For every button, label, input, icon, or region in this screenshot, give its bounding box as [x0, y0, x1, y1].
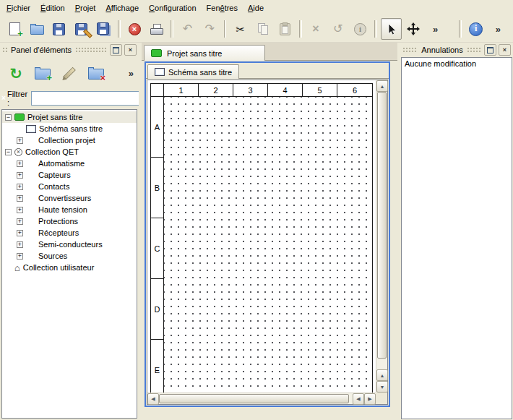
tree-item-convertisseurs[interactable]: +Convertisseurs [2, 192, 137, 204]
tree-item-contacts[interactable]: +Contacts [2, 181, 137, 192]
delete-icon: × [312, 23, 319, 35]
dock-drag-handle[interactable] [402, 47, 418, 53]
tree-item-collection-qet[interactable]: −Collection QET [2, 146, 137, 158]
toolbar-overflow-button-2[interactable]: » [488, 18, 509, 40]
expand-icon[interactable]: + [17, 241, 23, 248]
reload-collections-button[interactable]: ↻ [5, 62, 27, 84]
new-document-button[interactable] [4, 18, 25, 40]
menu-projet[interactable]: Projet [70, 1, 101, 14]
move-arrows-icon [407, 22, 420, 35]
about-info-button[interactable] [465, 18, 486, 40]
menu-fichier[interactable]: Fichier [1, 1, 35, 14]
rotate-selection-button[interactable]: ↺ [327, 18, 348, 40]
dock-drag-handle[interactable] [75, 47, 108, 53]
tree-item-semi-conducteurs[interactable]: +Semi-conducteurs [2, 239, 137, 250]
paste-button[interactable] [275, 18, 296, 40]
ruler-row-c: C [151, 218, 164, 279]
selection-mode-button[interactable] [381, 18, 402, 40]
vertical-scrollbar[interactable]: ▲ ▲ ▼ [376, 80, 387, 393]
collapse-icon[interactable]: − [5, 114, 12, 121]
expand-icon[interactable]: + [17, 230, 23, 236]
expand-icon[interactable]: + [17, 218, 23, 225]
float-panel-button[interactable] [110, 44, 122, 56]
open-file-button[interactable] [27, 18, 48, 40]
folder-icon [26, 161, 35, 168]
scroll-left-button[interactable]: ◀ [147, 393, 159, 405]
menu-aide[interactable]: Aide [243, 1, 269, 14]
visualisation-mode-button[interactable] [403, 18, 424, 40]
copy-button[interactable] [252, 18, 273, 40]
horizontal-scroll-thumb[interactable] [159, 394, 349, 403]
menu-configuration[interactable]: Configuration [144, 1, 201, 14]
tree-item-recepteurs[interactable]: +Récepteurs [2, 227, 137, 239]
tab-schema[interactable]: Schéma sans titre [147, 64, 239, 79]
qet-icon [14, 148, 22, 156]
scroll-down-button[interactable]: ▼ [376, 381, 388, 393]
menu-affichage[interactable]: Affichage [100, 1, 144, 14]
dock-drag-handle[interactable] [467, 47, 482, 53]
expand-icon[interactable]: + [17, 207, 23, 213]
dock-drag-handle[interactable] [2, 47, 7, 53]
tree-item-protections[interactable]: +Protections [2, 215, 137, 227]
tree-item-sources[interactable]: +Sources [2, 250, 137, 262]
scroll-left-button-2[interactable]: ◀ [353, 393, 364, 405]
tree-item-label: Automatisme [38, 159, 85, 168]
elements-panel: Panel d'éléments × ↻ + × » Filtrer : −Pr… [0, 43, 139, 420]
undo-button[interactable]: ↶ [177, 18, 198, 40]
print-button[interactable] [146, 18, 167, 40]
diagram-canvas[interactable] [164, 97, 372, 393]
redo-button[interactable]: ↷ [199, 18, 220, 40]
tree-item-capteurs[interactable]: +Capteurs [2, 169, 137, 181]
tree-item-schema-sans-titre[interactable]: Schéma sans titre [2, 123, 137, 134]
expand-icon[interactable]: + [17, 172, 23, 179]
cut-button[interactable]: ✂ [230, 18, 251, 40]
expand-icon[interactable]: + [17, 184, 23, 190]
scroll-up-button[interactable]: ▲ [376, 80, 388, 92]
vertical-scroll-thumb[interactable] [377, 92, 387, 359]
save-button[interactable] [49, 18, 70, 40]
expand-icon[interactable]: + [17, 253, 23, 260]
close-panel-button[interactable]: × [124, 44, 137, 56]
undo-panel-title: Annulations [420, 46, 465, 54]
collapse-icon[interactable]: − [5, 149, 12, 155]
edit-element-button[interactable] [59, 62, 80, 84]
expand-icon[interactable]: + [17, 195, 23, 202]
menu-edition[interactable]: Édition [35, 1, 70, 14]
ruler-row-d: D [151, 279, 164, 340]
delete-element-button[interactable]: × [85, 62, 107, 84]
tree-item-automatisme[interactable]: +Automatisme [2, 158, 137, 169]
scroll-up-button-2[interactable]: ▲ [376, 369, 388, 381]
delete-selection-button[interactable]: × [306, 18, 327, 40]
folder-icon [26, 196, 35, 202]
folder-icon [26, 173, 35, 179]
conductor-info-button[interactable] [350, 18, 371, 40]
panel-overflow-button[interactable]: » [129, 69, 134, 78]
elements-panel-header: Panel d'éléments × [0, 43, 139, 57]
save-as-button[interactable] [71, 18, 92, 40]
horizontal-scrollbar[interactable]: ◀ ◀ ▶ [147, 393, 376, 404]
float-panel-button[interactable] [484, 44, 496, 56]
save-all-button[interactable] [93, 18, 114, 40]
tab-project[interactable]: Projet sans titre [144, 45, 265, 61]
expand-icon[interactable]: + [17, 160, 23, 167]
scroll-right-button[interactable]: ▶ [364, 393, 376, 405]
tree-item-label: Collection QET [25, 147, 79, 156]
close-file-button[interactable] [124, 18, 145, 40]
tree-item-haute-tension[interactable]: +Haute tension [2, 204, 137, 215]
tree-item-collection-projet[interactable]: +Collection projet [2, 134, 137, 146]
expand-icon[interactable]: + [17, 137, 23, 144]
tree-item-label: Haute tension [38, 205, 87, 214]
ruler-column-2: 2 [199, 84, 233, 97]
tree-item-projet-sans-titre[interactable]: −Projet sans titre [2, 111, 137, 123]
toolbar-overflow-button[interactable]: » [425, 18, 446, 40]
vertical-scroll-track[interactable] [376, 92, 387, 369]
new-element-button[interactable]: + [32, 62, 53, 84]
close-panel-button[interactable]: × [499, 44, 511, 56]
tree-item-label: Capteurs [38, 171, 71, 179]
menu-fenetres[interactable]: Fenêtres [202, 1, 243, 14]
plus-badge-icon: + [46, 73, 52, 82]
open-folder-icon [30, 25, 44, 35]
horizontal-scroll-track[interactable] [159, 393, 353, 404]
filter-input[interactable] [31, 91, 139, 106]
tree-item-collection-utilisateur[interactable]: ⌂Collection utilisateur [2, 262, 137, 273]
